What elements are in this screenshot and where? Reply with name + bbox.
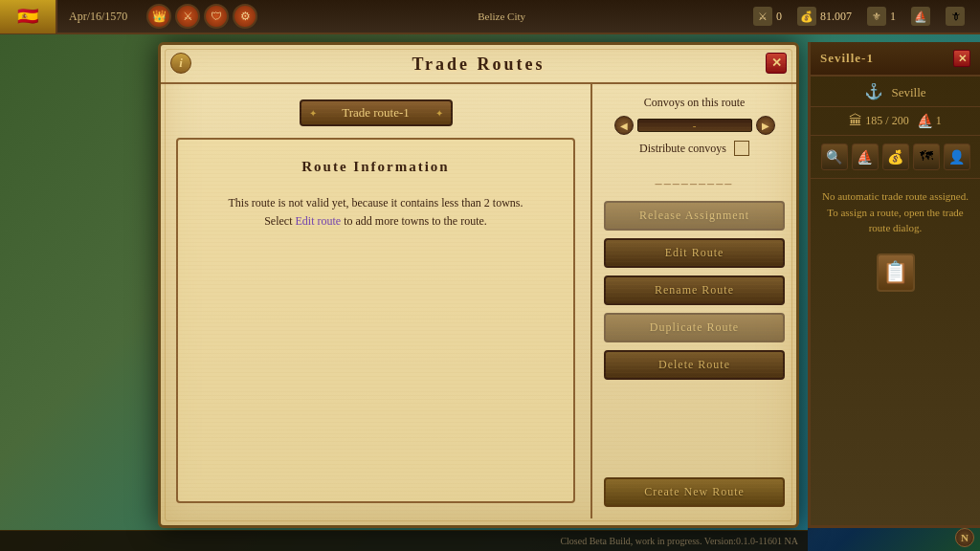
status-text: Closed Beta Build, work in progress. Ver… (560, 536, 798, 546)
info-button[interactable]: i (170, 53, 191, 74)
manpower-resource: ⚔ 0 (753, 7, 782, 26)
distribute-row: Distribute convoys (604, 141, 785, 156)
create-new-route-button[interactable]: Create New Route (604, 477, 785, 507)
delete-route-button[interactable]: Delete Route (604, 350, 785, 380)
release-assignment-button[interactable]: Release Assignment (604, 201, 785, 231)
seville-city-label: Seville (891, 85, 925, 99)
convoy-value: - (693, 120, 697, 131)
right-panel: Convoys on this route ◀ - ▶ Distribute c… (590, 84, 796, 518)
convoy-slider-bar[interactable]: - (637, 119, 752, 132)
stability-resource: ⚜ 1 (867, 7, 896, 26)
seville-city-name-row: ⚓ Seville (811, 77, 980, 107)
route-tab[interactable]: Trade route-1 (300, 99, 453, 126)
divider-ornament: ───────── (604, 179, 785, 189)
advisor-icon-4[interactable]: ⚙ (233, 4, 257, 29)
trade-book-icon[interactable]: 📋 (877, 253, 915, 292)
seville-panel: Seville-1 ✕ ⚓ Seville 🏛 185 / 200 ⛵ 1 🔍 … (808, 42, 980, 528)
seville-action-icons: 🔍 ⛵ 💰 🗺 👤 (811, 136, 980, 179)
route-info-text: This route is not valid yet, because it … (197, 194, 554, 231)
edit-route-link[interactable]: Edit route (296, 214, 342, 228)
capacity-icon: 🏛 (849, 114, 862, 129)
top-bar: 🇪🇸 Apr/16/1570 👑 ⚔ 🛡 ⚙ Belize City ⚔ 0 💰… (0, 0, 980, 34)
search-icon[interactable]: 🔍 (821, 143, 848, 170)
edit-route-button[interactable]: Edit Route (604, 238, 785, 268)
convoys-section: Convoys on this route ◀ - ▶ Distribute c… (604, 96, 785, 164)
navy-icon[interactable]: ⛵ (911, 7, 930, 26)
person-icon[interactable]: 👤 (944, 143, 970, 170)
trade-routes-dialog: i Trade Routes ✕ Trade route-1 Route Inf… (158, 42, 799, 528)
seville-header: Seville-1 ✕ (811, 42, 980, 77)
advisor-icon-3[interactable]: 🛡 (204, 4, 229, 29)
seville-title: Seville-1 (820, 51, 874, 66)
advisor-icons: 👑 ⚔ 🛡 ⚙ (139, 4, 265, 29)
dialog-header: i Trade Routes ✕ (161, 45, 796, 84)
seville-stats-row: 🏛 185 / 200 ⛵ 1 (811, 107, 980, 136)
anchor-icon: ⚓ (864, 83, 883, 99)
capacity-value: 185 / 200 (865, 114, 908, 128)
game-date: Apr/16/1570 (57, 10, 139, 24)
distribute-checkbox[interactable] (734, 141, 749, 156)
duplicate-route-button[interactable]: Duplicate Route (604, 313, 785, 342)
convoy-decrease-button[interactable]: ◀ (614, 116, 634, 135)
seville-trade-icon-row: 📋 (811, 246, 980, 299)
gold-icon: 💰 (797, 7, 816, 26)
gold-value: 81.007 (820, 10, 852, 24)
rename-route-button[interactable]: Rename Route (604, 276, 785, 305)
army-icon[interactable]: 🗡 (946, 7, 965, 26)
north-indicator: N (955, 528, 974, 547)
advisor-icon-2[interactable]: ⚔ (175, 4, 200, 29)
seville-close-button[interactable]: ✕ (953, 50, 970, 67)
capacity-stat: 🏛 185 / 200 (849, 114, 908, 129)
route-info-box: Route Information This route is not vali… (176, 138, 575, 503)
convoy-icon[interactable]: ⛵ (852, 143, 879, 170)
gold-resource: 💰 81.007 (797, 7, 852, 26)
convoy-increase-button[interactable]: ▶ (756, 116, 775, 135)
convoy-stat-icon: ⛵ (917, 113, 933, 129)
dialog-content: Trade route-1 Route Information This rou… (161, 84, 796, 518)
left-panel: Trade route-1 Route Information This rou… (161, 84, 590, 518)
convoy-count-stat: ⛵ 1 (917, 113, 942, 129)
convoys-label: Convoys on this route (604, 96, 785, 110)
advisor-icon-1[interactable]: 👑 (146, 4, 171, 29)
convoy-count-value: 1 (936, 114, 942, 128)
location-label: Belize City (265, 11, 738, 22)
country-flag[interactable]: 🇪🇸 (0, 0, 57, 33)
dialog-title: Trade Routes (161, 55, 796, 75)
stability-value: 1 (890, 10, 896, 24)
dialog-close-button[interactable]: ✕ (766, 53, 787, 74)
convoys-slider: ◀ - ▶ (604, 116, 785, 135)
manpower-value: 0 (776, 10, 782, 24)
seville-description: No automatic trade route assigned. To as… (811, 179, 980, 246)
stability-icon: ⚜ (867, 7, 886, 26)
manpower-icon: ⚔ (753, 7, 772, 26)
distribute-label: Distribute convoys (639, 142, 726, 156)
resources-bar: ⚔ 0 💰 81.007 ⚜ 1 ⛵ 🗡 (738, 7, 980, 26)
route-info-title: Route Information (197, 159, 554, 175)
trade-icon[interactable]: 💰 (882, 143, 909, 170)
map-icon[interactable]: 🗺 (913, 143, 940, 170)
status-bar: Closed Beta Build, work in progress. Ver… (0, 530, 808, 551)
